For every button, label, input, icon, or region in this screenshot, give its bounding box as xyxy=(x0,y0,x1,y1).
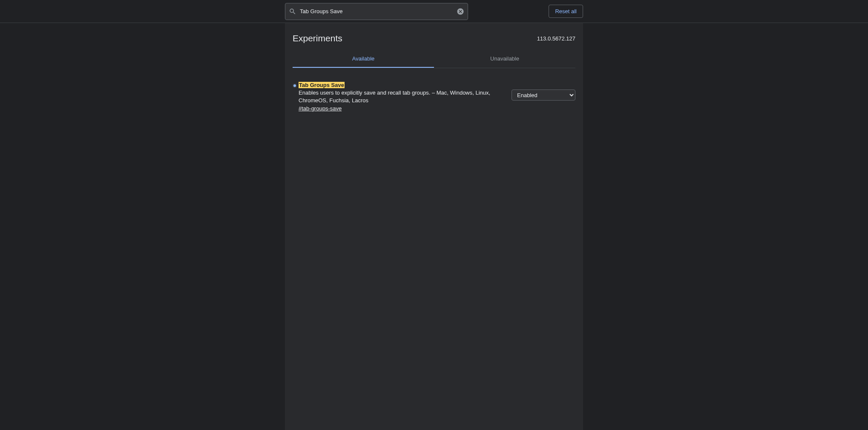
header-bar: Reset all xyxy=(0,0,868,23)
search-input[interactable] xyxy=(300,8,457,14)
experiment-anchor-link[interactable]: #tab-groups-save xyxy=(299,105,342,112)
header-inner: Reset all xyxy=(285,3,583,20)
modified-indicator-icon xyxy=(293,84,297,88)
experiment-description: Enables users to explicitly save and rec… xyxy=(299,89,505,104)
experiment-list: Tab Groups Save Enables users to explici… xyxy=(285,68,583,125)
experiment-info: Tab Groups Save Enables users to explici… xyxy=(293,82,505,112)
tab-unavailable[interactable]: Unavailable xyxy=(434,50,575,68)
page-title: Experiments xyxy=(293,33,342,43)
clear-search-icon[interactable] xyxy=(457,8,464,15)
experiment-text: Tab Groups Save Enables users to explici… xyxy=(299,82,505,112)
search-icon xyxy=(289,8,296,15)
version-label: 113.0.5672.127 xyxy=(537,35,575,42)
experiment-item: Tab Groups Save Enables users to explici… xyxy=(293,82,575,112)
tabs: Available Unavailable xyxy=(293,50,575,68)
reset-all-button[interactable]: Reset all xyxy=(549,5,583,18)
main-content: Experiments 113.0.5672.127 Available Una… xyxy=(285,23,583,430)
search-container xyxy=(285,3,468,20)
experiment-title: Tab Groups Save xyxy=(299,82,345,88)
tab-available[interactable]: Available xyxy=(293,50,434,68)
experiment-state-select[interactable]: Enabled xyxy=(512,89,575,101)
title-bar: Experiments 113.0.5672.127 xyxy=(285,23,583,50)
